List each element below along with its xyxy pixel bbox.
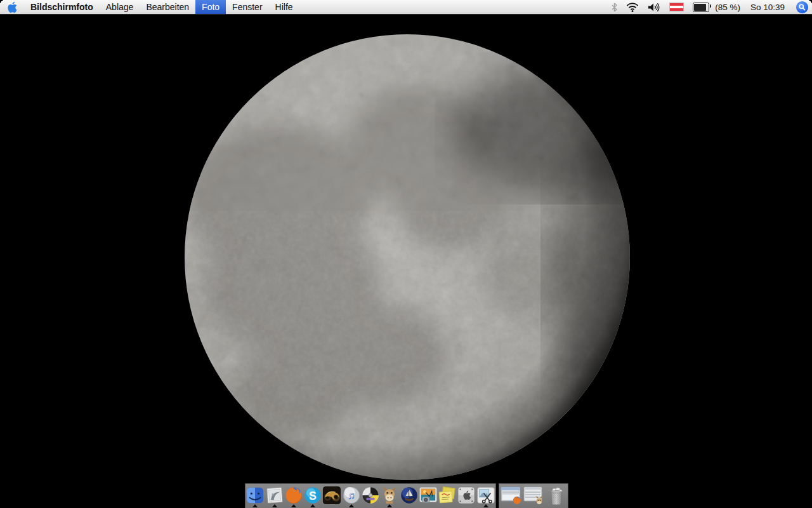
dock-emule[interactable] [380,485,399,507]
dock: S ♫ [245,483,496,508]
stickies-icon [438,486,457,505]
wifi-menu[interactable] [626,0,639,14]
itunes-icon: ♫ [342,486,361,505]
dock-cd-burner[interactable] [361,485,380,507]
svg-text:♫: ♫ [348,490,355,501]
running-indicator [272,504,277,507]
volume-menu[interactable] [648,0,660,14]
dock-minimized-emule-window[interactable] [523,485,544,507]
running-indicator [349,504,354,507]
skype-icon: S [303,486,322,505]
dock-right-section [499,483,568,508]
running-indicator [252,504,258,507]
apple-logo-icon [8,2,17,13]
spotlight-icon [799,4,806,11]
running-indicator [310,504,315,507]
desktop: Bildschirmfoto Ablage Bearbeiten Foto Fe… [0,0,812,508]
finder-icon [246,486,265,505]
dock-itunes[interactable]: ♫ [342,485,361,507]
dock-screenshot-grab[interactable] [476,485,495,507]
dock-lightcycle-game[interactable] [322,485,341,507]
svg-text:S: S [309,490,317,502]
menu-app-name[interactable]: Bildschirmfoto [24,0,100,14]
lightcycle-game-icon [322,486,341,505]
volume-icon [648,3,660,12]
dock-apple-system[interactable] [457,485,476,507]
apple-plate-icon [457,486,476,505]
firefox-icon [284,486,303,505]
emule-donkey-icon [380,486,399,505]
dock-skype[interactable]: S [303,485,322,507]
dock-minimized-firefox-window[interactable] [500,485,523,507]
battery-icon [693,3,709,12]
dock-mail[interactable] [265,485,284,507]
dock-iphoto[interactable] [419,485,438,507]
keyboard-layout-menu[interactable] [669,0,684,14]
wifi-icon [626,3,639,12]
battery-percent-label: (85 %) [715,3,740,12]
running-indicator [483,504,488,507]
screenshot-grab-icon [476,486,495,505]
mail-stamp-icon [265,486,284,505]
running-indicator [291,504,296,507]
dock-ship-globe-app[interactable] [400,485,419,507]
bluetooth-menu[interactable] [612,0,617,14]
menu-bar-status-area: (85 %) So 10:39 [607,0,812,14]
trash-full-icon [546,486,566,506]
bluetooth-icon [612,3,617,12]
menu-ablage[interactable]: Ablage [100,0,140,14]
moon-wallpaper [183,33,631,481]
running-indicator [387,504,392,507]
dock-finder[interactable] [246,485,265,507]
dock-stickies[interactable] [438,485,457,507]
menu-bar-clock[interactable]: So 10:39 [750,3,785,12]
screen-corner [0,0,5,5]
cd-burner-icon [361,486,380,505]
menu-bearbeiten[interactable]: Bearbeiten [140,0,195,14]
battery-menu[interactable] [693,0,709,14]
screen-corner [807,0,812,5]
menu-foto[interactable]: Foto [195,0,226,14]
dock-firefox[interactable] [284,485,303,507]
minimized-firefox-window-icon [501,486,522,505]
menu-bar: Bildschirmfoto Ablage Bearbeiten Foto Fe… [0,0,812,15]
dock-trash[interactable] [545,485,568,507]
menu-fenster[interactable]: Fenster [226,0,268,14]
ship-globe-icon [400,486,419,505]
iphoto-icon [419,486,438,505]
menu-hilfe[interactable]: Hilfe [269,0,299,14]
austria-flag-icon [669,3,684,11]
minimized-emule-window-icon [523,486,544,505]
